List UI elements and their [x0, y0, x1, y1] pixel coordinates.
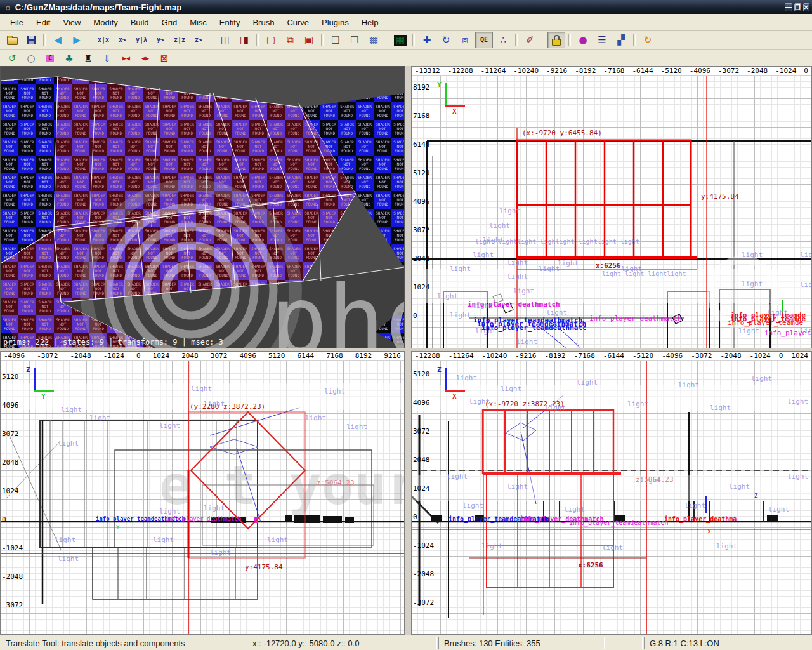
light-entity-label: light	[462, 501, 483, 510]
viewport-label: z:5064.23	[317, 479, 355, 487]
grid-tick-label: 3072	[413, 427, 430, 435]
scale-tool-icon[interactable]: ⧈	[456, 32, 474, 48]
solid-cube-icon[interactable]: ❒	[346, 32, 363, 48]
rotate-x-icon[interactable]: x↷	[114, 32, 131, 48]
light-entity-label: light	[55, 536, 75, 544]
menu-item-modify[interactable]: Modify	[87, 16, 124, 29]
light-entity-label: light	[450, 265, 471, 273]
grid-tick-label: 1024	[413, 283, 430, 291]
entity-list-icon[interactable]: ☰	[593, 32, 611, 48]
ruler-xz: -12288-11264-10240-9216-8192-7168-6144-5…	[412, 352, 811, 361]
viewport-label: info_player_deathmatch	[468, 300, 560, 308]
camera-canvas[interactable]: SHADERNOTFOUNDSHADERNOTFOUNDSHADERNOTFOU…	[1, 67, 404, 348]
grid-tick-label: 4096	[413, 399, 430, 407]
flip-x-icon[interactable]: x|x	[95, 32, 112, 48]
rotate-tool-icon[interactable]: ↻	[437, 32, 455, 48]
foliage-icon-glyph: ♣	[65, 54, 73, 63]
menu-item-grid[interactable]: Grid	[155, 16, 184, 29]
restore-button[interactable]: ❐	[794, 3, 801, 11]
light-entity-label: light	[89, 414, 110, 422]
translate-tool-icon[interactable]: ✚	[418, 32, 436, 48]
minimize-button[interactable]: —	[785, 3, 792, 11]
light-entity-label: light	[305, 414, 326, 422]
viewport-label: light light lightlight	[602, 270, 686, 277]
refresh-models-icon[interactable]: ↺	[3, 50, 21, 67]
grid-tick-label: 7168	[413, 112, 430, 120]
menu-item-brush[interactable]: Brush	[246, 16, 280, 29]
menu-item-entity[interactable]: Entity	[213, 16, 247, 29]
viewport-label: info_player_teamdeathmatch	[569, 519, 669, 527]
vertex-tool-icon[interactable]: ∴	[494, 32, 512, 48]
close-button[interactable]: ✕	[803, 3, 809, 11]
light-entity-label: light	[729, 482, 750, 491]
viewport-xz-front[interactable]: -12288-11264-10240-9216-8192-7168-6144-5…	[411, 351, 812, 635]
viewport-yz-side[interactable]: -4096-3072-2048-102401024204830724096512…	[0, 351, 405, 635]
grid-tick-label: -2048	[413, 570, 434, 578]
title-bar[interactable]: ☼ C:/GunZMaps/data/maps/Team-Fight.map —…	[0, 0, 812, 14]
save-file-icon[interactable]	[22, 32, 40, 48]
light-entity-label: light	[787, 472, 808, 481]
status-brush-entity-counts: Brushes: 130 Entities: 355	[438, 637, 605, 649]
menu-item-help[interactable]: Help	[355, 16, 385, 29]
reload-shaders-icon[interactable]: ↻	[639, 32, 657, 48]
csg-merge-icon[interactable]: ▶◀	[117, 50, 135, 67]
qe-tool-button[interactable]: QE	[475, 32, 493, 48]
horizontal-splitter[interactable]	[0, 348, 812, 351]
train-path-icon[interactable]: ♜	[79, 50, 97, 67]
region-copy-icon[interactable]: ⧉	[281, 32, 299, 48]
brush-prism-icon-glyph: ◨	[240, 36, 249, 45]
sphere-primitive-icon[interactable]: ○	[22, 50, 40, 67]
rotate-y-icon[interactable]: y↷	[152, 32, 169, 48]
patch-cylinder-icon-glyph: ●	[579, 36, 587, 45]
menu-item-curve[interactable]: Curve	[280, 16, 315, 29]
undo-icon[interactable]: ◀	[49, 32, 67, 48]
toolbar-separator	[256, 34, 259, 46]
menu-item-build[interactable]: Build	[124, 16, 155, 29]
texture-view-icon[interactable]: ▦	[391, 32, 409, 48]
light-entity-label: light	[787, 397, 808, 406]
rotate-z-icon[interactable]: z↷	[190, 32, 207, 48]
flip-z-icon[interactable]: z|z	[171, 32, 188, 48]
texture-lock-icon[interactable]	[547, 32, 565, 48]
noclip-icon[interactable]: ⊠	[155, 50, 173, 67]
viewport-xy-top[interactable]: -13312-12288-11264-10240-9216-8192-7168-…	[411, 66, 812, 348]
open-file-icon[interactable]	[3, 32, 21, 48]
toolbar-separator	[633, 34, 636, 46]
brush-step-icon[interactable]: ◫	[216, 32, 234, 48]
patch-cylinder-icon[interactable]: ●	[574, 32, 592, 48]
viewport-3d-camera[interactable]: SHADERNOTFOUNDSHADERNOTFOUNDSHADERNOTFOU…	[0, 66, 405, 348]
region-apply-icon[interactable]: ▣	[300, 32, 318, 48]
texture-window-icon-glyph: ▞	[617, 36, 625, 45]
csg-subtract-icon[interactable]: ◀▶	[136, 50, 154, 67]
region-select-icon[interactable]: ▢	[262, 32, 280, 48]
grid-tick-label: 3072	[2, 430, 19, 438]
menu-item-misc[interactable]: Misc	[183, 16, 213, 29]
viewport-label: light lightlight lighlight lightlight li…	[475, 238, 639, 245]
grid-tick-label: -1024	[2, 544, 23, 552]
texture-view-icon-glyph: ▦	[394, 35, 407, 46]
menu-item-edit[interactable]: Edit	[30, 16, 56, 29]
toolbar-separator	[412, 34, 415, 46]
redo-icon[interactable]: ▶	[68, 32, 86, 48]
drop-entity-icon[interactable]: ⇩	[98, 50, 116, 67]
train-path-icon-glyph: ♜	[84, 54, 92, 63]
brush-prism-icon[interactable]: ◨	[235, 32, 253, 48]
wireframe-cube-icon[interactable]: ❑	[327, 32, 344, 48]
light-entity-label: light	[564, 505, 585, 514]
menu-item-file[interactable]: File	[4, 16, 30, 29]
clipper-tool-icon[interactable]: ✐	[521, 32, 539, 48]
texture-window-icon[interactable]: ▞	[612, 32, 630, 48]
toolbar-separator	[386, 34, 388, 46]
foliage-icon[interactable]: ♣	[60, 50, 78, 67]
csg-merge-icon-glyph: ▶◀	[122, 55, 130, 62]
caulk-icon[interactable]: C	[41, 50, 59, 67]
menu-item-view[interactable]: View	[56, 16, 87, 29]
menu-item-plugins[interactable]: Plugins	[315, 16, 355, 29]
toolbar-separator	[568, 34, 571, 46]
viewport-label: x	[707, 527, 711, 534]
textured-cube-icon[interactable]: ▩	[365, 32, 383, 48]
flip-y-icon-glyph: y|λ	[136, 37, 147, 43]
textured-cube-icon-glyph: ▩	[369, 36, 378, 45]
flip-y-icon[interactable]: y|λ	[133, 32, 150, 48]
light-entity-label: light	[742, 280, 763, 288]
